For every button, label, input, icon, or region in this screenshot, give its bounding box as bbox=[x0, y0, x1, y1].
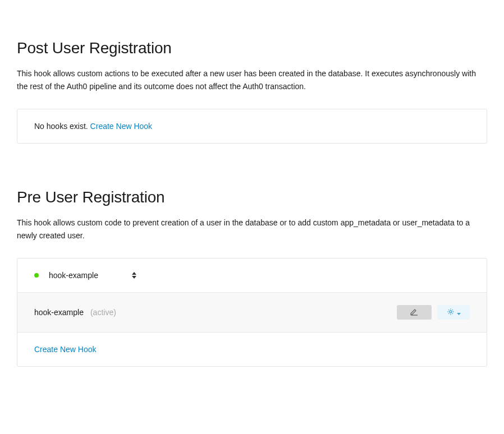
svg-point-3 bbox=[450, 311, 452, 313]
create-hook-row: Create New Hook bbox=[17, 333, 487, 366]
caret-down-icon bbox=[457, 308, 461, 317]
empty-state-text: No hooks exist. bbox=[34, 122, 90, 131]
selected-hook-name: hook-example bbox=[49, 271, 98, 280]
empty-state-row: No hooks exist. Create New Hook bbox=[17, 109, 487, 143]
section-description: This hook allows custom actions to be ex… bbox=[17, 67, 487, 93]
sort-icon bbox=[132, 272, 136, 279]
edit-hook-button[interactable] bbox=[397, 305, 432, 320]
svg-marker-0 bbox=[132, 272, 136, 275]
create-new-hook-link[interactable]: Create New Hook bbox=[90, 122, 153, 131]
svg-marker-1 bbox=[132, 276, 136, 279]
create-new-hook-link[interactable]: Create New Hook bbox=[34, 345, 97, 354]
hook-settings-button[interactable] bbox=[437, 305, 470, 320]
pencil-icon bbox=[410, 308, 419, 317]
hook-selector-row[interactable]: hook-example bbox=[17, 258, 487, 293]
hook-name: hook-example bbox=[34, 308, 84, 317]
section-title: Post User Registration bbox=[17, 39, 487, 57]
section-pre-user-registration: Pre User Registration This hook allows c… bbox=[17, 188, 487, 367]
section-post-user-registration: Post User Registration This hook allows … bbox=[17, 39, 487, 144]
status-dot-active-icon bbox=[34, 273, 39, 278]
hook-row: hook-example (active) bbox=[17, 293, 487, 333]
gear-icon bbox=[447, 308, 455, 317]
section-description: This hook allows custom code to prevent … bbox=[17, 216, 487, 242]
hooks-panel: No hooks exist. Create New Hook bbox=[17, 109, 487, 144]
section-title: Pre User Registration bbox=[17, 188, 487, 206]
hooks-panel: hook-example hook-example (active) bbox=[17, 258, 487, 367]
svg-marker-4 bbox=[457, 313, 461, 315]
hook-status: (active) bbox=[90, 308, 116, 317]
